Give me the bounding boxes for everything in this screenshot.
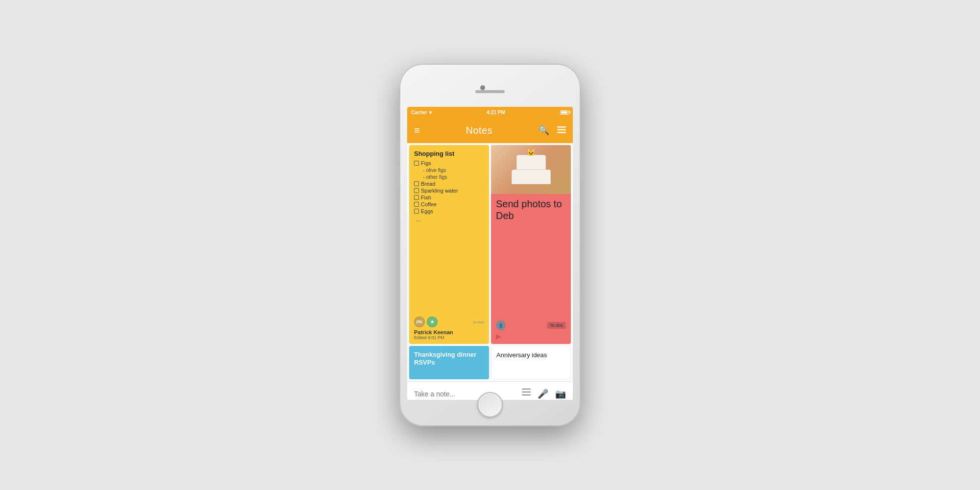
svg-rect-3	[522, 389, 531, 390]
volume-down-button[interactable]	[397, 167, 399, 186]
status-bar: Carrier ▾ 4:21 PM	[407, 107, 573, 118]
left-column: Shopping list Figs - olive figs - other …	[409, 145, 489, 379]
right-column: 🐱 Send photos to Deb 👤 To-dos	[491, 145, 571, 379]
note-edited: Edited 9:01 PM	[414, 335, 484, 340]
thanksgiving-note[interactable]: Thanksgiving dinner RSVPs	[409, 346, 489, 379]
checkbox-fish[interactable]	[414, 195, 419, 200]
sub-item-olive-figs: - olive figs	[414, 167, 484, 173]
time-label: 4:21 PM	[487, 110, 505, 115]
shopping-list-note[interactable]: Shopping list Figs - olive figs - other …	[409, 145, 489, 344]
item-label-eggs: Eggs	[421, 208, 433, 214]
send-photos-content: Send photos to Deb 👤 To-dos ▶	[491, 194, 571, 344]
app-bar-icons: 🔍	[539, 125, 566, 136]
svg-rect-1	[557, 129, 566, 130]
cake-tier-1: 🐱	[516, 155, 546, 170]
send-photos-footer: 👤 To-dos	[496, 320, 566, 330]
checklist-item-eggs: Eggs	[414, 208, 484, 214]
volume-up-button[interactable]	[397, 142, 399, 162]
app-title: Notes	[420, 125, 539, 136]
send-photos-note[interactable]: 🐱 Send photos to Deb 👤 To-dos	[491, 145, 571, 344]
sub-item-other-figs: - other figs	[414, 174, 484, 180]
checkbox-sparkling-water[interactable]	[414, 188, 419, 193]
camera	[480, 85, 485, 90]
bottom-icons: 🎤 📷	[522, 389, 566, 399]
avatar-2: ★	[427, 317, 438, 327]
send-photos-todo-badge: To-dos	[547, 322, 566, 329]
checkbox-figs[interactable]	[414, 161, 419, 166]
power-button[interactable]	[581, 152, 583, 181]
anniversary-title: Anniversary ideas	[496, 351, 565, 359]
phone-frame: Carrier ▾ 4:21 PM ≡ Notes 🔍	[399, 64, 581, 426]
speaker	[475, 90, 505, 93]
app-bar: ≡ Notes 🔍	[407, 118, 573, 143]
play-button[interactable]: ▶	[496, 332, 566, 340]
note-avatars: PK ★ to-dos	[414, 317, 484, 327]
checklist-item-figs: Figs	[414, 160, 484, 166]
more-items-dots: ...	[414, 216, 484, 223]
cake-visual: 🐱	[512, 155, 551, 184]
checkbox-bread[interactable]	[414, 181, 419, 186]
item-label-coffee: Coffee	[421, 201, 437, 207]
item-label-figs: Figs	[421, 160, 431, 166]
svg-rect-4	[522, 392, 531, 392]
cake-topper: 🐱	[527, 148, 535, 156]
grid-view-icon[interactable]	[557, 125, 566, 136]
note-footer: PK ★ to-dos Patrick Keenan Edited 9:01 P…	[414, 313, 484, 340]
search-icon[interactable]: 🔍	[539, 125, 549, 136]
menu-icon[interactable]: ≡	[414, 125, 420, 136]
todo-badge: to-dos	[473, 320, 484, 324]
screen: Carrier ▾ 4:21 PM ≡ Notes 🔍	[407, 107, 573, 400]
svg-rect-0	[557, 126, 566, 128]
wifi-icon: ▾	[429, 110, 432, 115]
battery-icon	[560, 110, 569, 115]
checklist-item-sparkling-water: Sparkling water	[414, 188, 484, 194]
cake-tier-2	[512, 170, 551, 184]
camera-icon[interactable]: 📷	[555, 389, 566, 399]
list-icon[interactable]	[522, 389, 531, 399]
svg-rect-5	[522, 394, 531, 395]
checkbox-eggs[interactable]	[414, 209, 419, 214]
checklist-item-fish: Fish	[414, 195, 484, 200]
shopping-list-title: Shopping list	[414, 150, 484, 157]
home-button[interactable]	[477, 392, 503, 417]
status-left: Carrier ▾	[411, 110, 432, 115]
send-photos-avatar: 👤	[496, 320, 506, 330]
status-right	[560, 110, 569, 115]
send-photos-text: Send photos to Deb	[496, 198, 566, 318]
anniversary-note[interactable]: Anniversary ideas	[491, 346, 571, 379]
mic-icon[interactable]: 🎤	[538, 389, 548, 399]
thanksgiving-title: Thanksgiving dinner RSVPs	[414, 351, 484, 366]
svg-rect-2	[557, 132, 566, 133]
notes-grid: Shopping list Figs - olive figs - other …	[407, 143, 573, 381]
item-label-bread: Bread	[421, 181, 435, 187]
checkbox-coffee[interactable]	[414, 202, 419, 207]
avatar-1: PK	[414, 317, 425, 327]
note-author: Patrick Keenan	[414, 329, 484, 335]
checklist-item-bread: Bread	[414, 181, 484, 187]
item-label-sparkling-water: Sparkling water	[421, 188, 458, 194]
cake-image: 🐱	[491, 145, 571, 194]
take-note-input[interactable]	[414, 390, 517, 398]
item-label-fish: Fish	[421, 195, 431, 200]
checklist-item-coffee: Coffee	[414, 201, 484, 207]
carrier-label: Carrier	[411, 110, 427, 115]
